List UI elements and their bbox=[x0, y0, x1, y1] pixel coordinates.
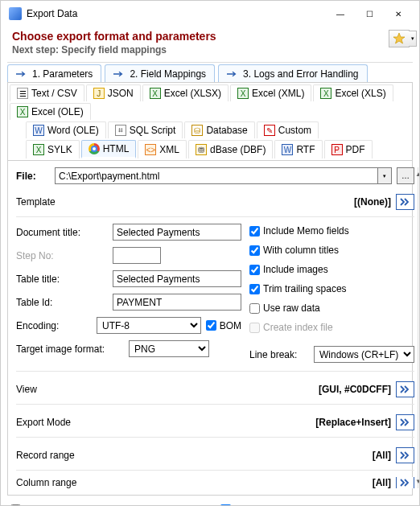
sql-icon: ⌗ bbox=[115, 125, 126, 136]
format-tab-label: Excel (XLSX) bbox=[164, 88, 221, 99]
column-titles-checkbox[interactable] bbox=[249, 245, 260, 256]
column-range-value: [All] bbox=[373, 477, 391, 488]
word-icon: W bbox=[33, 125, 44, 136]
line-break-select[interactable]: Windows (CR+LF) bbox=[314, 346, 414, 363]
favorites-button[interactable]: ▾ bbox=[389, 30, 410, 47]
format-tab-label: Word (OLE) bbox=[47, 125, 99, 136]
vertical-scrollbar[interactable]: ▲ ▼ bbox=[418, 167, 418, 488]
format-tab-html[interactable]: HTML bbox=[81, 140, 137, 158]
record-range-value: [All] bbox=[373, 450, 391, 461]
xls-icon: X bbox=[320, 88, 331, 99]
target-image-format-select[interactable]: PNG bbox=[129, 340, 209, 357]
format-tab-wordole[interactable]: WWord (OLE) bbox=[26, 121, 106, 138]
template-expand-button[interactable] bbox=[396, 194, 414, 210]
double-chevron-right-icon bbox=[400, 451, 411, 459]
browse-button[interactable]: … bbox=[397, 167, 414, 184]
minimize-button[interactable]: — bbox=[326, 2, 355, 25]
bom-checkbox[interactable] bbox=[206, 320, 216, 331]
format-tab-xml[interactable]: XExcel (XML) bbox=[230, 84, 311, 101]
close-button[interactable]: ✕ bbox=[384, 2, 413, 25]
table-id-label: Table Id: bbox=[16, 297, 113, 308]
include-memo-checkbox[interactable] bbox=[249, 226, 260, 237]
format-tab-container: ☰Text / CSVJJSONXExcel (XLSX)XExcel (XML… bbox=[7, 82, 413, 161]
format-tab-label: Custom bbox=[278, 125, 311, 136]
tab-parameters[interactable]: 1. Parameters bbox=[7, 64, 101, 82]
record-range-label: Record range bbox=[16, 450, 75, 461]
format-tab-label: PDF bbox=[346, 144, 365, 155]
format-tab-label: JSON bbox=[108, 88, 134, 99]
table-title-label: Table title: bbox=[16, 274, 113, 285]
export-mode-label: Export Mode bbox=[16, 417, 71, 428]
column-range-label: Column range bbox=[16, 477, 76, 488]
format-tab-xlsx[interactable]: XExcel (XLSX) bbox=[142, 84, 229, 101]
include-memo-label: Include Memo fields bbox=[263, 225, 349, 237]
table-id-input[interactable] bbox=[113, 294, 241, 311]
file-path-dropdown[interactable]: ▾ bbox=[377, 168, 391, 183]
trim-spaces-label: Trim trailing spaces bbox=[263, 283, 347, 294]
export-mode-expand-button[interactable] bbox=[396, 414, 414, 430]
document-title-input[interactable] bbox=[113, 224, 241, 241]
xml-icon: <> bbox=[145, 144, 156, 155]
file-label: File: bbox=[16, 171, 50, 182]
tab-field-mappings-label: 2. Field Mappings bbox=[130, 68, 206, 80]
use-raw-data-checkbox[interactable] bbox=[249, 303, 260, 314]
star-icon bbox=[393, 32, 406, 45]
wizard-step-tabs: 1. Parameters 2. Field Mappings 3. Logs … bbox=[1, 63, 419, 82]
format-tab-sylk[interactable]: XSYLK bbox=[26, 140, 80, 158]
db-icon: ⛁ bbox=[191, 125, 203, 136]
tab-logs-label: 3. Logs and Error Handling bbox=[243, 68, 358, 80]
line-break-label: Line break: bbox=[249, 349, 314, 360]
tab-field-mappings[interactable]: 2. Field Mappings bbox=[105, 64, 215, 82]
tab-logs[interactable]: 3. Logs and Error Handling bbox=[218, 64, 367, 82]
column-range-expand-button[interactable] bbox=[396, 477, 414, 488]
format-tab-label: XML bbox=[159, 144, 179, 155]
include-images-checkbox[interactable] bbox=[249, 265, 260, 275]
document-title-label: Document title: bbox=[16, 227, 113, 238]
format-tab-label: Database bbox=[206, 125, 247, 136]
format-tab-json[interactable]: JJSON bbox=[86, 84, 141, 101]
format-tab-text[interactable]: ☰Text / CSV bbox=[10, 84, 84, 101]
svg-marker-0 bbox=[393, 33, 405, 43]
format-tab-pdf[interactable]: PPDF bbox=[324, 140, 373, 158]
pdf-icon: P bbox=[331, 144, 343, 155]
use-raw-data-label: Use raw data bbox=[263, 302, 320, 314]
double-chevron-right-icon bbox=[400, 418, 411, 426]
view-value: [GUI, #C0DCFF] bbox=[319, 384, 391, 395]
encoding-label: Encoding: bbox=[16, 320, 97, 331]
format-tab-label: SQL Script bbox=[130, 125, 176, 136]
table-title-input[interactable] bbox=[113, 270, 241, 287]
file-path-combo[interactable]: ▾ bbox=[55, 167, 392, 184]
view-label: View bbox=[16, 384, 37, 395]
rtf-icon: W bbox=[282, 144, 293, 155]
format-tab-db[interactable]: ⛁Database bbox=[184, 121, 254, 138]
app-icon bbox=[9, 7, 22, 20]
xls-icon: X bbox=[17, 106, 28, 117]
tab-parameters-label: 1. Parameters bbox=[32, 68, 93, 80]
xlsx-icon: X bbox=[237, 88, 249, 99]
format-tab-sql[interactable]: ⌗SQL Script bbox=[108, 121, 183, 138]
step-no-input[interactable] bbox=[113, 247, 161, 264]
custom-icon: ✎ bbox=[264, 125, 275, 136]
chrome-icon bbox=[89, 143, 100, 154]
maximize-button[interactable]: ☐ bbox=[355, 2, 384, 25]
view-expand-button[interactable] bbox=[396, 381, 414, 397]
xlsx-icon: X bbox=[150, 88, 161, 99]
arrow-right-icon bbox=[113, 71, 125, 77]
format-tab-label: Excel (XLS) bbox=[335, 88, 385, 99]
format-tab-rtf[interactable]: WRTF bbox=[274, 140, 322, 158]
format-tab-ole[interactable]: XExcel (OLE) bbox=[10, 103, 91, 120]
arrow-right-icon bbox=[16, 71, 27, 77]
create-index-label: Create index file bbox=[263, 322, 333, 333]
format-tab-xmlf[interactable]: <>XML bbox=[138, 140, 187, 158]
format-tab-dbf[interactable]: ⛃dBase (DBF) bbox=[188, 140, 273, 158]
sylk-icon: X bbox=[33, 144, 44, 155]
record-range-expand-button[interactable] bbox=[396, 447, 414, 463]
trim-spaces-checkbox[interactable] bbox=[249, 284, 260, 294]
include-images-label: Include images bbox=[263, 264, 328, 275]
format-tab-custom[interactable]: ✎Custom bbox=[257, 121, 319, 138]
template-value: [(None)] bbox=[354, 196, 391, 208]
file-path-input[interactable] bbox=[56, 168, 377, 183]
format-tab-xls[interactable]: XExcel (XLS) bbox=[313, 84, 393, 101]
encoding-select[interactable]: UTF-8 bbox=[97, 317, 201, 334]
favorites-dropdown[interactable]: ▾ bbox=[409, 31, 417, 47]
